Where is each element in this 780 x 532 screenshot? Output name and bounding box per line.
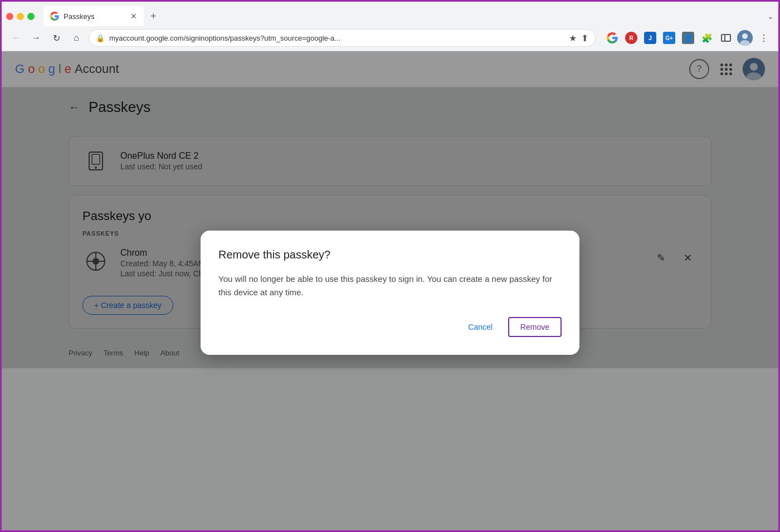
address-bar-row: ← → ↻ ⌂ 🔒 myaccount.google.com/signinopt… <box>2 26 778 51</box>
tab-close-button[interactable]: ✕ <box>130 12 137 21</box>
tab-bar: Passkeys ✕ + ⌄ <box>2 2 778 26</box>
dialog-body: You will no longer be able to use this p… <box>218 272 562 299</box>
extension-icon-red[interactable]: R <box>623 30 639 46</box>
home-button[interactable]: ⌂ <box>69 30 84 46</box>
remove-passkey-dialog: Remove this passkey? You will no longer … <box>201 231 579 355</box>
extensions-icon[interactable]: 🧩 <box>699 30 715 46</box>
dialog-title: Remove this passkey? <box>218 248 562 261</box>
browser-tab[interactable]: Passkeys ✕ <box>43 6 144 26</box>
close-window-button[interactable] <box>6 13 13 20</box>
lock-icon: 🔒 <box>96 34 105 42</box>
forward-button[interactable]: → <box>28 30 44 46</box>
cancel-button[interactable]: Cancel <box>461 318 499 336</box>
toolbar-icons: R J G+ 👤 🧩 <box>604 30 772 46</box>
tab-title: Passkeys <box>64 12 95 21</box>
modal-overlay: Remove this passkey? You will no longer … <box>2 51 778 532</box>
google-account-toolbar-icon[interactable] <box>604 30 620 46</box>
extension-icon-blue-square[interactable]: G+ <box>661 30 677 46</box>
remove-button[interactable]: Remove <box>508 317 562 337</box>
tabs-chevron[interactable]: ⌄ <box>767 12 774 21</box>
dialog-actions: Cancel Remove <box>218 317 562 337</box>
minimize-window-button[interactable] <box>17 13 24 20</box>
google-g-favicon <box>50 12 59 21</box>
svg-point-1 <box>742 33 748 39</box>
back-button[interactable]: ← <box>8 30 24 46</box>
user-avatar-toolbar[interactable] <box>737 30 753 46</box>
extension-icon-person[interactable]: 👤 <box>680 30 696 46</box>
url-text: myaccount.google.com/signinoptions/passk… <box>109 34 564 42</box>
refresh-button[interactable]: ↻ <box>48 30 64 46</box>
traffic-lights <box>6 13 35 20</box>
address-bar[interactable]: 🔒 myaccount.google.com/signinoptions/pas… <box>89 29 596 47</box>
bookmark-icon[interactable]: ★ <box>569 33 577 43</box>
page-content: Google Account ? <box>2 51 778 532</box>
maximize-window-button[interactable] <box>27 13 35 20</box>
new-tab-button[interactable]: + <box>146 8 161 25</box>
browser-chrome: Passkeys ✕ + ⌄ ← → ↻ ⌂ 🔒 myaccount.googl… <box>2 2 778 51</box>
sidebar-toggle-icon[interactable] <box>718 30 734 46</box>
browser-menu-button[interactable]: ⋮ <box>756 30 772 46</box>
extension-icon-j[interactable]: J <box>642 30 658 46</box>
share-icon[interactable]: ⬆ <box>581 33 588 43</box>
